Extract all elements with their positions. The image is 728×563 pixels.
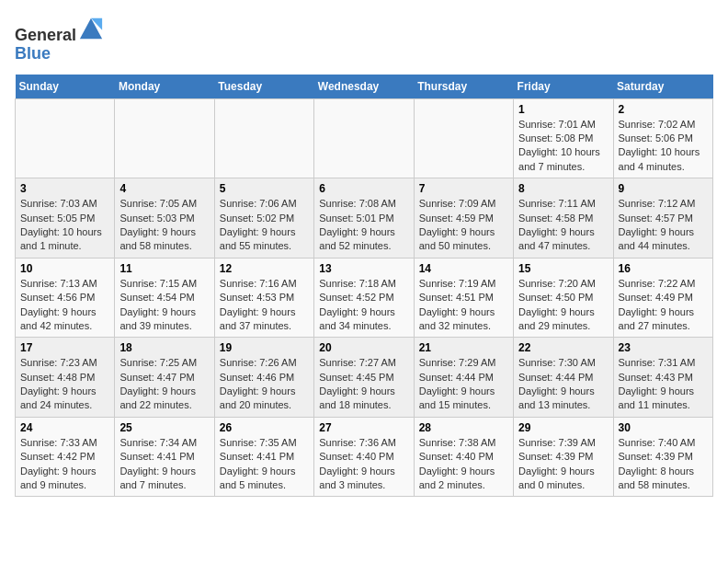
day-info: Sunrise: 7:26 AM Sunset: 4:46 PM Dayligh… bbox=[220, 356, 309, 413]
day-number: 12 bbox=[220, 262, 309, 275]
calendar-cell: 16Sunrise: 7:22 AM Sunset: 4:49 PM Dayli… bbox=[613, 258, 712, 338]
day-number: 25 bbox=[119, 421, 209, 434]
day-info: Sunrise: 7:36 AM Sunset: 4:40 PM Dayligh… bbox=[319, 436, 408, 493]
calendar-cell: 4Sunrise: 7:05 AM Sunset: 5:03 PM Daylig… bbox=[115, 178, 214, 259]
day-info: Sunrise: 7:25 AM Sunset: 4:47 PM Dayligh… bbox=[119, 356, 209, 413]
calendar-cell: 12Sunrise: 7:16 AM Sunset: 4:53 PM Dayli… bbox=[214, 258, 313, 338]
day-info: Sunrise: 7:35 AM Sunset: 4:41 PM Dayligh… bbox=[220, 436, 309, 493]
calendar-cell bbox=[16, 98, 115, 178]
calendar-cell: 8Sunrise: 7:11 AM Sunset: 4:58 PM Daylig… bbox=[514, 178, 613, 259]
day-number: 1 bbox=[518, 103, 608, 116]
day-info: Sunrise: 7:18 AM Sunset: 4:52 PM Dayligh… bbox=[319, 277, 408, 334]
day-number: 13 bbox=[319, 262, 408, 275]
day-number: 3 bbox=[20, 182, 109, 195]
calendar-cell: 30Sunrise: 7:40 AM Sunset: 4:39 PM Dayli… bbox=[613, 417, 712, 497]
day-info: Sunrise: 7:08 AM Sunset: 5:01 PM Dayligh… bbox=[319, 197, 408, 254]
day-info: Sunrise: 7:40 AM Sunset: 4:39 PM Dayligh… bbox=[619, 436, 708, 493]
day-info: Sunrise: 7:23 AM Sunset: 4:48 PM Dayligh… bbox=[20, 356, 109, 413]
day-number: 8 bbox=[518, 182, 608, 195]
calendar-cell: 24Sunrise: 7:33 AM Sunset: 4:42 PM Dayli… bbox=[16, 417, 115, 497]
calendar-cell bbox=[314, 98, 414, 178]
day-info: Sunrise: 7:27 AM Sunset: 4:45 PM Dayligh… bbox=[319, 356, 408, 413]
day-number: 28 bbox=[419, 421, 508, 434]
calendar-table: SundayMondayTuesdayWednesdayThursdayFrid… bbox=[15, 75, 713, 498]
calendar-cell: 18Sunrise: 7:25 AM Sunset: 4:47 PM Dayli… bbox=[115, 338, 214, 418]
day-number: 10 bbox=[20, 262, 109, 275]
day-number: 17 bbox=[20, 341, 109, 354]
day-info: Sunrise: 7:15 AM Sunset: 4:54 PM Dayligh… bbox=[119, 277, 209, 334]
day-info: Sunrise: 7:01 AM Sunset: 5:08 PM Dayligh… bbox=[518, 118, 608, 175]
week-row-3: 10Sunrise: 7:13 AM Sunset: 4:56 PM Dayli… bbox=[16, 258, 713, 338]
calendar-cell: 9Sunrise: 7:12 AM Sunset: 4:57 PM Daylig… bbox=[613, 178, 712, 259]
calendar-cell: 13Sunrise: 7:18 AM Sunset: 4:52 PM Dayli… bbox=[314, 258, 414, 338]
day-number: 26 bbox=[220, 421, 309, 434]
day-number: 20 bbox=[319, 341, 408, 354]
day-number: 7 bbox=[419, 182, 508, 195]
day-info: Sunrise: 7:12 AM Sunset: 4:57 PM Dayligh… bbox=[619, 197, 708, 254]
day-info: Sunrise: 7:34 AM Sunset: 4:41 PM Dayligh… bbox=[119, 436, 209, 493]
logo-icon bbox=[78, 15, 104, 40]
day-number: 4 bbox=[119, 182, 209, 195]
day-header-thursday: Thursday bbox=[414, 75, 513, 99]
calendar-cell: 7Sunrise: 7:09 AM Sunset: 4:59 PM Daylig… bbox=[414, 178, 513, 259]
calendar-cell bbox=[414, 98, 513, 178]
calendar-body: 1Sunrise: 7:01 AM Sunset: 5:08 PM Daylig… bbox=[16, 98, 713, 497]
day-info: Sunrise: 7:16 AM Sunset: 4:53 PM Dayligh… bbox=[220, 277, 309, 334]
day-number: 16 bbox=[619, 262, 708, 275]
day-number: 24 bbox=[20, 421, 109, 434]
calendar-cell: 25Sunrise: 7:34 AM Sunset: 4:41 PM Dayli… bbox=[115, 417, 214, 497]
calendar-cell: 3Sunrise: 7:03 AM Sunset: 5:05 PM Daylig… bbox=[16, 178, 115, 259]
calendar-cell: 22Sunrise: 7:30 AM Sunset: 4:44 PM Dayli… bbox=[514, 338, 613, 418]
day-info: Sunrise: 7:30 AM Sunset: 4:44 PM Dayligh… bbox=[518, 356, 608, 413]
day-number: 11 bbox=[119, 262, 209, 275]
logo: General Blue bbox=[15, 15, 104, 63]
calendar-cell: 10Sunrise: 7:13 AM Sunset: 4:56 PM Dayli… bbox=[16, 258, 115, 338]
day-info: Sunrise: 7:13 AM Sunset: 4:56 PM Dayligh… bbox=[20, 277, 109, 334]
day-header-friday: Friday bbox=[514, 75, 613, 99]
calendar-cell: 23Sunrise: 7:31 AM Sunset: 4:43 PM Dayli… bbox=[613, 338, 712, 418]
day-info: Sunrise: 7:06 AM Sunset: 5:02 PM Dayligh… bbox=[220, 197, 309, 254]
week-row-4: 17Sunrise: 7:23 AM Sunset: 4:48 PM Dayli… bbox=[16, 338, 713, 418]
calendar-cell: 29Sunrise: 7:39 AM Sunset: 4:39 PM Dayli… bbox=[514, 417, 613, 497]
day-header-wednesday: Wednesday bbox=[314, 75, 414, 99]
day-header-tuesday: Tuesday bbox=[214, 75, 313, 99]
day-info: Sunrise: 7:02 AM Sunset: 5:06 PM Dayligh… bbox=[619, 118, 708, 175]
calendar-cell: 2Sunrise: 7:02 AM Sunset: 5:06 PM Daylig… bbox=[613, 98, 712, 178]
day-number: 23 bbox=[619, 341, 708, 354]
calendar-cell: 5Sunrise: 7:06 AM Sunset: 5:02 PM Daylig… bbox=[214, 178, 313, 259]
logo-blue: Blue bbox=[15, 44, 51, 63]
calendar-cell: 28Sunrise: 7:38 AM Sunset: 4:40 PM Dayli… bbox=[414, 417, 513, 497]
calendar-cell bbox=[115, 98, 214, 178]
day-number: 5 bbox=[220, 182, 309, 195]
calendar-cell: 14Sunrise: 7:19 AM Sunset: 4:51 PM Dayli… bbox=[414, 258, 513, 338]
day-info: Sunrise: 7:33 AM Sunset: 4:42 PM Dayligh… bbox=[20, 436, 109, 493]
day-number: 30 bbox=[619, 421, 708, 434]
day-header-saturday: Saturday bbox=[613, 75, 712, 99]
day-number: 22 bbox=[518, 341, 608, 354]
calendar-cell: 1Sunrise: 7:01 AM Sunset: 5:08 PM Daylig… bbox=[514, 98, 613, 178]
page-header: General Blue bbox=[15, 15, 713, 63]
day-info: Sunrise: 7:03 AM Sunset: 5:05 PM Dayligh… bbox=[20, 197, 109, 254]
day-info: Sunrise: 7:38 AM Sunset: 4:40 PM Dayligh… bbox=[419, 436, 508, 493]
logo-general: General bbox=[15, 26, 76, 44]
day-info: Sunrise: 7:11 AM Sunset: 4:58 PM Dayligh… bbox=[518, 197, 608, 254]
day-info: Sunrise: 7:31 AM Sunset: 4:43 PM Dayligh… bbox=[619, 356, 708, 413]
day-info: Sunrise: 7:05 AM Sunset: 5:03 PM Dayligh… bbox=[119, 197, 209, 254]
day-number: 21 bbox=[419, 341, 508, 354]
day-number: 14 bbox=[419, 262, 508, 275]
day-info: Sunrise: 7:29 AM Sunset: 4:44 PM Dayligh… bbox=[419, 356, 508, 413]
day-number: 9 bbox=[619, 182, 708, 195]
day-number: 15 bbox=[518, 262, 608, 275]
calendar-cell bbox=[214, 98, 313, 178]
calendar-cell: 21Sunrise: 7:29 AM Sunset: 4:44 PM Dayli… bbox=[414, 338, 513, 418]
day-info: Sunrise: 7:19 AM Sunset: 4:51 PM Dayligh… bbox=[419, 277, 508, 334]
day-number: 19 bbox=[220, 341, 309, 354]
week-row-5: 24Sunrise: 7:33 AM Sunset: 4:42 PM Dayli… bbox=[16, 417, 713, 497]
day-header-sunday: Sunday bbox=[16, 75, 115, 99]
day-info: Sunrise: 7:39 AM Sunset: 4:39 PM Dayligh… bbox=[518, 436, 608, 493]
calendar-cell: 26Sunrise: 7:35 AM Sunset: 4:41 PM Dayli… bbox=[214, 417, 313, 497]
day-info: Sunrise: 7:09 AM Sunset: 4:59 PM Dayligh… bbox=[419, 197, 508, 254]
day-header-monday: Monday bbox=[115, 75, 214, 99]
day-number: 2 bbox=[619, 103, 708, 116]
week-row-2: 3Sunrise: 7:03 AM Sunset: 5:05 PM Daylig… bbox=[16, 178, 713, 259]
